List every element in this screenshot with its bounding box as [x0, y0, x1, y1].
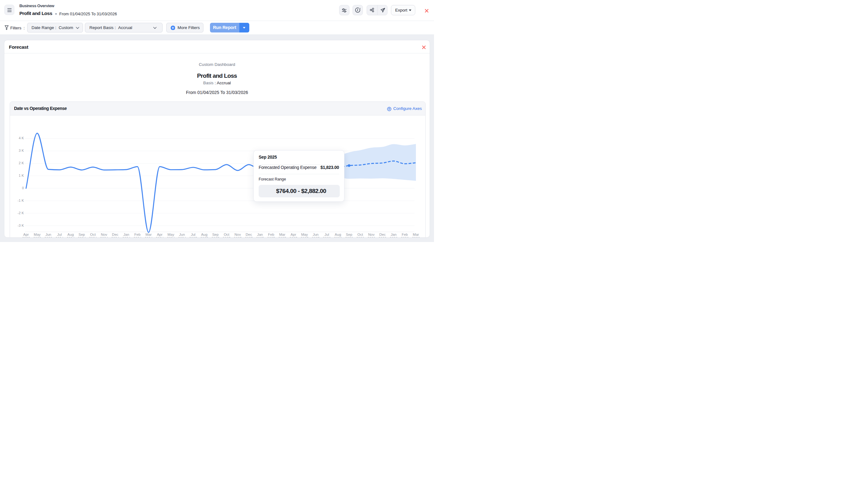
svg-text:2024: 2024 — [55, 236, 63, 238]
svg-text:Aug: Aug — [67, 233, 74, 236]
svg-text:-2 K: -2 K — [18, 211, 24, 215]
svg-text:2026: 2026 — [412, 236, 420, 238]
svg-text:Oct: Oct — [357, 233, 363, 236]
svg-text:2023: 2023 — [33, 236, 41, 238]
svg-text:2023: 2023 — [22, 236, 30, 238]
svg-text:Jun: Jun — [313, 233, 318, 236]
svg-text:2023: 2023 — [44, 236, 53, 238]
svg-text:2026: 2026 — [378, 236, 386, 238]
svg-text:Sep: Sep — [212, 233, 218, 236]
svg-text:2024: 2024 — [145, 236, 153, 238]
svg-text:2 K: 2 K — [19, 161, 24, 165]
svg-text:2024: 2024 — [66, 236, 74, 238]
svg-text:Oct: Oct — [224, 233, 230, 236]
svg-text:2026: 2026 — [401, 236, 409, 238]
svg-text:Apr: Apr — [290, 233, 296, 236]
svg-text:Dec: Dec — [112, 233, 118, 236]
svg-text:May: May — [34, 233, 40, 236]
svg-text:Jul: Jul — [191, 233, 195, 236]
svg-text:Nov: Nov — [234, 233, 241, 236]
svg-text:2025: 2025 — [301, 236, 309, 238]
svg-text:2025: 2025 — [267, 236, 275, 238]
svg-text:Jan: Jan — [123, 233, 129, 236]
svg-text:4 K: 4 K — [19, 136, 24, 140]
svg-text:-1 K: -1 K — [18, 199, 24, 202]
svg-text:2026: 2026 — [367, 236, 375, 238]
svg-text:2024: 2024 — [122, 236, 130, 238]
svg-text:Sep: Sep — [78, 233, 85, 236]
svg-text:Feb: Feb — [134, 233, 141, 236]
svg-text:Nov: Nov — [101, 233, 107, 236]
svg-text:2024: 2024 — [111, 236, 119, 238]
svg-text:0: 0 — [22, 186, 24, 190]
svg-text:2025: 2025 — [200, 236, 208, 238]
svg-text:2025: 2025 — [278, 236, 286, 238]
svg-text:2025: 2025 — [245, 236, 253, 238]
svg-text:2025: 2025 — [256, 236, 264, 238]
svg-text:2026: 2026 — [345, 236, 353, 238]
svg-text:Apr: Apr — [157, 233, 162, 236]
svg-text:2024: 2024 — [156, 236, 164, 238]
svg-text:2026: 2026 — [390, 236, 398, 238]
svg-text:Apr: Apr — [23, 233, 29, 236]
svg-text:2025: 2025 — [234, 236, 242, 238]
svg-text:2025: 2025 — [289, 236, 297, 238]
svg-text:2025: 2025 — [211, 236, 219, 238]
svg-text:2025: 2025 — [189, 236, 197, 238]
svg-text:Jul: Jul — [57, 233, 62, 236]
svg-text:2025: 2025 — [311, 236, 319, 238]
svg-text:2024: 2024 — [78, 236, 86, 238]
svg-text:2024: 2024 — [166, 236, 175, 238]
svg-text:Jan: Jan — [391, 233, 397, 236]
svg-text:2026: 2026 — [356, 236, 364, 238]
svg-text:Jun: Jun — [179, 233, 185, 236]
svg-text:Aug: Aug — [201, 233, 207, 236]
svg-text:Mar: Mar — [279, 233, 285, 236]
svg-text:2024: 2024 — [133, 236, 141, 238]
svg-text:Aug: Aug — [335, 233, 341, 236]
svg-text:1 K: 1 K — [19, 174, 24, 177]
svg-text:Sep: Sep — [346, 233, 352, 236]
svg-text:Jan: Jan — [257, 233, 263, 236]
svg-text:2026: 2026 — [322, 236, 331, 238]
svg-text:Dec: Dec — [379, 233, 385, 236]
svg-text:Dec: Dec — [246, 233, 252, 236]
svg-text:2026: 2026 — [334, 236, 342, 238]
svg-text:Feb: Feb — [402, 233, 408, 236]
svg-text:Jun: Jun — [45, 233, 51, 236]
svg-text:May: May — [301, 233, 308, 236]
svg-text:Oct: Oct — [90, 233, 96, 236]
svg-text:Nov: Nov — [368, 233, 374, 236]
svg-text:2025: 2025 — [222, 236, 230, 238]
svg-text:Mar: Mar — [413, 233, 419, 236]
svg-text:Mar: Mar — [145, 233, 152, 236]
svg-text:-3 K: -3 K — [18, 224, 24, 227]
svg-text:3 K: 3 K — [19, 149, 24, 152]
svg-text:Feb: Feb — [268, 233, 274, 236]
svg-text:2024: 2024 — [89, 236, 97, 238]
svg-text:2024: 2024 — [178, 236, 186, 238]
svg-text:2024: 2024 — [100, 236, 108, 238]
svg-text:Jul: Jul — [324, 233, 329, 236]
svg-text:May: May — [167, 233, 174, 236]
